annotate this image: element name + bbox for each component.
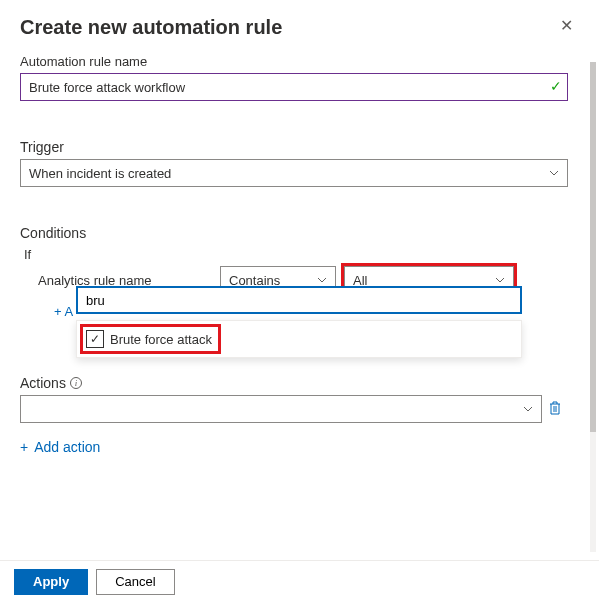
apply-button[interactable]: Apply xyxy=(14,569,88,595)
suggestion-text: Brute force attack xyxy=(110,332,212,347)
chevron-down-icon xyxy=(523,406,533,412)
rule-name-input[interactable] xyxy=(20,73,568,101)
info-icon[interactable]: i xyxy=(70,377,82,389)
suggestion-list: ✓ Brute force attack xyxy=(76,320,522,358)
trigger-label: Trigger xyxy=(20,139,579,155)
rule-search-input[interactable] xyxy=(76,286,522,314)
actions-label: Actions xyxy=(20,375,66,391)
chevron-down-icon xyxy=(495,277,505,283)
if-label: If xyxy=(24,247,579,262)
conditions-label: Conditions xyxy=(20,225,579,241)
action-dropdown[interactable] xyxy=(20,395,542,423)
chevron-down-icon xyxy=(317,277,327,283)
trigger-selected: When incident is created xyxy=(29,166,171,181)
add-action-label: Add action xyxy=(34,439,100,455)
cancel-button[interactable]: Cancel xyxy=(96,569,174,595)
add-action-button[interactable]: + Add action xyxy=(20,439,100,455)
close-button[interactable]: ✕ xyxy=(554,16,579,36)
suggestion-item[interactable]: ✓ Brute force attack xyxy=(83,327,218,351)
delete-action-button[interactable] xyxy=(548,400,562,419)
rule-name-label: Automation rule name xyxy=(20,54,579,69)
suggestion-checkbox[interactable]: ✓ xyxy=(86,330,104,348)
chevron-down-icon xyxy=(549,170,559,176)
page-title: Create new automation rule xyxy=(20,16,282,39)
plus-icon: + xyxy=(20,439,28,455)
trigger-dropdown[interactable]: When incident is created xyxy=(20,159,568,187)
